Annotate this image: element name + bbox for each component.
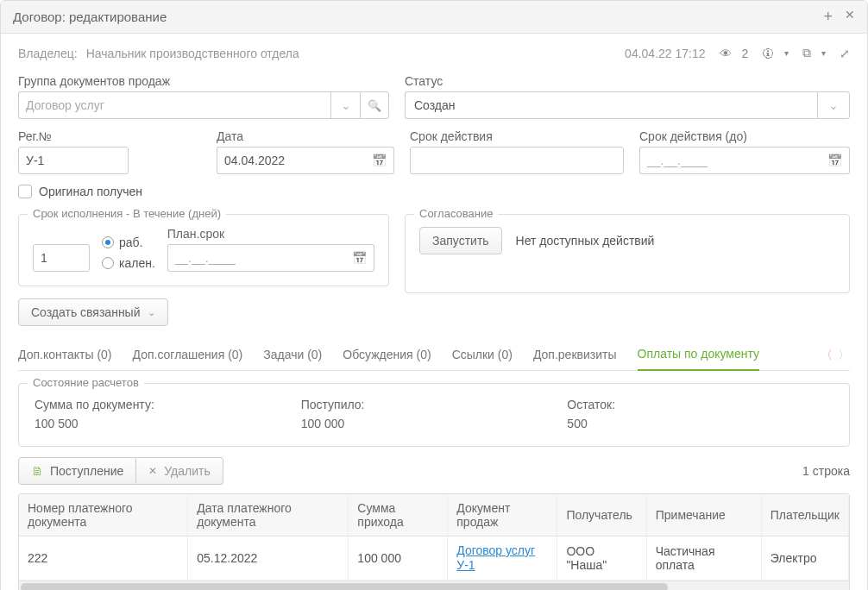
table-row[interactable]: 222 05.12.2022 100 000 Договор услуг У-1… — [19, 537, 849, 581]
close-icon[interactable] — [845, 8, 855, 26]
col-payment-date[interactable]: Дата платежного документа — [188, 494, 349, 537]
chevron-down-icon[interactable]: ⌄ — [817, 91, 850, 119]
deadline-days-input[interactable]: 1 — [33, 244, 90, 272]
settlement-fieldset: Состояние расчетов Сумма по документу: 1… — [18, 383, 850, 447]
chevron-down-icon[interactable]: ⌄ — [330, 91, 360, 119]
titlebar-actions — [823, 8, 855, 26]
scrollbar-thumb[interactable] — [21, 583, 668, 590]
tab-links[interactable]: Ссылки (0) — [452, 341, 513, 370]
col-amount[interactable]: Сумма прихода — [349, 494, 448, 537]
tab-discussions[interactable]: Обсуждения (0) — [343, 341, 431, 370]
date-label: Дата — [217, 129, 394, 143]
payments-table: Номер платежного документа Дата платежно… — [18, 493, 850, 590]
col-note[interactable]: Примечание — [646, 494, 761, 537]
table-header-row: Номер платежного документа Дата платежно… — [19, 494, 849, 537]
calendar-icon[interactable] — [345, 244, 374, 272]
receipt-button[interactable]: Поступление — [18, 457, 136, 485]
document-icon — [31, 464, 43, 478]
tab-tasks[interactable]: Задачи (0) — [263, 341, 322, 370]
col-recipient[interactable]: Получатель — [557, 494, 646, 537]
validity-to-label: Срок действия (до) — [639, 129, 850, 143]
chevron-down-icon: ⌄ — [148, 307, 155, 318]
owner-value: Начальник производственного отдела — [86, 47, 616, 60]
row-count: 1 строка — [802, 464, 850, 478]
regno-label: Рег.№ — [18, 129, 129, 143]
tab-addendums[interactable]: Доп.соглашения (0) — [133, 341, 243, 370]
start-approval-button[interactable]: Запустить — [419, 227, 502, 254]
calendar-icon[interactable] — [365, 147, 394, 174]
validity-label: Срок действия — [410, 129, 624, 143]
eye-icon — [720, 47, 732, 60]
tab-extra-contacts[interactable]: Доп.контакты (0) — [18, 341, 112, 370]
validity-to-input[interactable]: __.__.____ — [639, 147, 850, 174]
owner-label: Владелец: — [18, 47, 78, 60]
radio-work-days[interactable] — [102, 236, 114, 248]
info-dropdown[interactable]: ▾ — [762, 47, 789, 60]
col-sales-doc[interactable]: Документ продаж — [448, 494, 557, 537]
info-icon — [762, 47, 774, 60]
sum-value: 100 500 — [35, 417, 301, 430]
plan-date-input[interactable]: __.__.____ — [167, 244, 374, 272]
search-icon[interactable] — [360, 91, 389, 119]
original-received-checkbox[interactable] — [18, 185, 32, 198]
sales-doc-link[interactable]: Договор услуг У-1 — [456, 543, 548, 573]
date-input[interactable]: 04.04.2022 — [217, 147, 394, 174]
expand-button[interactable] — [840, 47, 850, 60]
validity-input[interactable] — [410, 147, 624, 174]
copy-dropdown[interactable]: ▾ — [802, 46, 826, 60]
group-select[interactable]: Договор услуг ⌄ — [18, 91, 389, 119]
col-payer[interactable]: Плательщик — [761, 494, 848, 537]
received-value: 100 000 — [301, 417, 568, 430]
tab-extra-props[interactable]: Доп.реквизиты — [533, 341, 617, 370]
tab-payments[interactable]: Оплаты по документу — [638, 340, 760, 371]
plus-icon[interactable] — [823, 8, 833, 26]
create-linked-button[interactable]: Создать связанный ⌄ — [18, 298, 168, 326]
original-received-label: Оригинал получен — [39, 185, 142, 198]
close-icon: ✕ — [148, 465, 157, 477]
tab-scroll-right[interactable]: 〉 — [838, 348, 850, 363]
deadline-fieldset: Срок исполнения - В течение (дней) 1 раб… — [18, 214, 389, 286]
horizontal-scrollbar[interactable] — [19, 581, 849, 590]
header-row: Владелец: Начальник производственного от… — [1, 34, 867, 69]
expand-icon — [840, 47, 850, 60]
regno-input[interactable]: У-1 — [18, 147, 129, 174]
balance-label: Остаток: — [567, 398, 833, 411]
contract-edit-window: Договор: редактирование Владелец: Началь… — [0, 0, 868, 590]
window-title: Договор: редактирование — [13, 9, 167, 24]
tabs: Доп.контакты (0) Доп.соглашения (0) Зада… — [18, 340, 850, 371]
balance-value: 500 — [567, 417, 833, 430]
status-label: Статус — [405, 74, 850, 88]
approval-message: Нет доступных действий — [516, 234, 655, 248]
tab-scroll-left[interactable]: 〈 — [821, 348, 833, 363]
copy-icon — [802, 46, 811, 60]
header-datetime: 04.04.22 17:12 — [625, 47, 705, 60]
delete-button[interactable]: ✕ Удалить — [136, 457, 223, 485]
sum-label: Сумма по документу: — [35, 398, 301, 411]
status-select[interactable]: Создан ⌄ — [405, 91, 850, 119]
approval-fieldset: Согласование Запустить Нет доступных дей… — [405, 214, 850, 293]
group-label: Группа документов продаж — [18, 74, 389, 88]
col-payment-number[interactable]: Номер платежного документа — [19, 494, 188, 537]
plan-date-label: План.срок — [167, 227, 374, 241]
views-indicator[interactable]: 2 — [720, 47, 749, 60]
received-label: Поступило: — [301, 398, 568, 411]
titlebar: Договор: редактирование — [1, 1, 867, 34]
calendar-icon[interactable] — [821, 147, 850, 174]
radio-calendar-days[interactable] — [102, 257, 114, 269]
